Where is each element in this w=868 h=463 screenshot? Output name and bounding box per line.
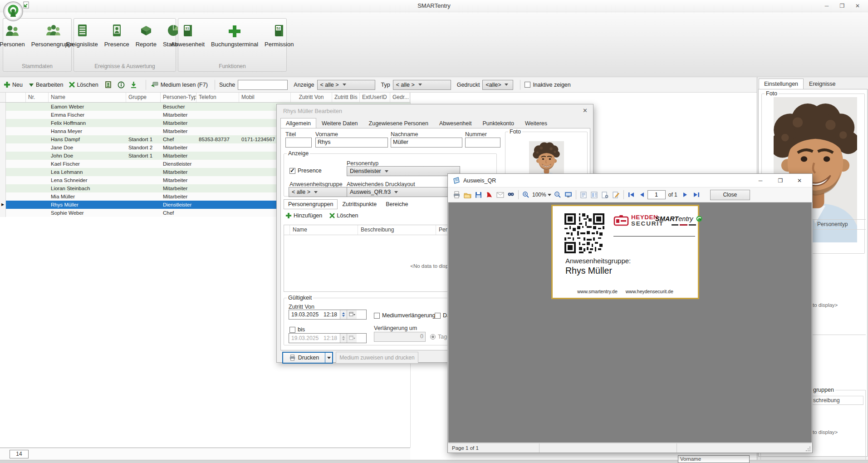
print-dropdown-button[interactable] <box>325 352 333 364</box>
chevron-down-icon <box>343 84 346 86</box>
close-icon[interactable]: ✕ <box>791 176 808 186</box>
edit-button[interactable]: Bearbeiten <box>29 82 63 88</box>
search-input[interactable] <box>238 80 288 90</box>
outline-icon[interactable] <box>578 189 589 200</box>
nav-next-icon[interactable] <box>680 189 691 200</box>
minimize-button[interactable]: ─ <box>752 176 769 186</box>
tab-zutrittspunkte[interactable]: Zutrittspunkte <box>338 199 381 209</box>
close-button[interactable]: ✕ <box>850 1 865 10</box>
cell-blank <box>6 135 26 143</box>
tab-einstellungen[interactable]: Einstellungen <box>759 79 804 89</box>
tab-zugewiesene-personen[interactable]: Zugewiesene Personen <box>363 118 434 128</box>
add-group-button[interactable]: Hinzufügen <box>285 212 322 219</box>
col-telefon[interactable]: Telefon <box>196 93 239 102</box>
nummer-field[interactable] <box>465 138 500 148</box>
presence-toggle[interactable]: Presence <box>289 167 322 174</box>
inactive-toggle[interactable]: Inaktive zeigen <box>525 82 570 88</box>
email-icon[interactable] <box>495 189 505 200</box>
bis-toggle[interactable]: bis <box>289 326 305 333</box>
print-button[interactable]: Drucken <box>282 352 326 364</box>
col-gedruckt[interactable]: Gedr... <box>390 93 410 102</box>
cell-indicator: ▶ <box>0 201 6 209</box>
fullscreen-icon[interactable] <box>563 189 574 200</box>
tab-weiteres[interactable]: Weiteres <box>520 118 553 128</box>
new-button[interactable]: Neu <box>4 81 23 88</box>
pdf-icon[interactable] <box>484 189 495 200</box>
zoom-out-icon[interactable] <box>552 189 563 200</box>
open-folder-icon[interactable] <box>462 189 473 200</box>
save-icon[interactable] <box>473 189 484 200</box>
col-name[interactable]: Name <box>290 225 358 235</box>
maximize-button[interactable]: ❐ <box>834 1 850 10</box>
page-number-input[interactable] <box>647 190 666 199</box>
col-zutritt-von[interactable]: Zutritt Von <box>291 93 332 102</box>
zutritt-von-datetime[interactable]: 19.03.202512:18 <box>289 310 367 320</box>
drucklayout-select[interactable]: Ausweis_QR.fr3 <box>347 187 460 197</box>
mediumverlaengerung-toggle[interactable]: Mediumverlängerung <box>374 312 435 319</box>
presence-checkbox[interactable] <box>289 168 295 174</box>
info-button[interactable] <box>118 81 127 89</box>
ribbon-ereignisliste[interactable]: Ereignisliste <box>63 23 101 48</box>
ribbon-buchungsterminal[interactable]: Buchungsterminal <box>208 23 261 48</box>
tab-personengruppen[interactable]: Personengruppen <box>284 199 338 209</box>
chevron-down-icon <box>385 170 388 172</box>
tab-ereignisse[interactable]: Ereignisse <box>804 79 841 89</box>
col-name[interactable]: Name <box>49 93 126 102</box>
zoom-in-icon[interactable] <box>520 189 531 200</box>
vorname-fragment-field[interactable]: Vorname <box>678 455 750 463</box>
close-button[interactable]: Close <box>710 190 750 200</box>
col-personen-typ[interactable]: Personen-Typ <box>161 93 196 102</box>
delete-button[interactable]: Löschen <box>69 82 98 88</box>
col-extuserid[interactable]: ExtUserID <box>360 93 390 102</box>
col-personentyp[interactable]: Personentyp <box>814 220 850 229</box>
ribbon-permission[interactable]: 52 Permission <box>261 23 297 48</box>
ribbon-presence[interactable]: Presence <box>101 23 132 48</box>
calendar-dropdown-icon[interactable] <box>347 310 357 319</box>
resize-grip[interactable] <box>805 446 811 452</box>
page-settings-icon[interactable] <box>600 189 611 200</box>
personentyp-select[interactable]: Dienstleister <box>347 166 460 176</box>
ribbon-personen[interactable]: Personen <box>0 23 28 48</box>
medium-read-button[interactable]: Medium lesen (F7) <box>150 81 208 88</box>
tab-bereiche[interactable]: Bereiche <box>381 199 412 209</box>
edit-icon[interactable] <box>611 189 622 200</box>
app-menu-button[interactable] <box>3 1 23 21</box>
find-icon[interactable] <box>505 189 516 200</box>
nachname-field[interactable]: Müller <box>391 138 462 148</box>
event-list-icon <box>74 23 90 39</box>
ribbon-reporte[interactable]: Reporte <box>132 23 160 48</box>
tab-abwesenheit[interactable]: Abwesenheit <box>434 118 477 128</box>
col-beschreibung[interactable]: Beschreibung <box>358 225 436 235</box>
nav-first-icon[interactable] <box>626 189 637 200</box>
dialog-close-icon[interactable]: ✕ <box>583 107 588 114</box>
col-gruppe[interactable]: Gruppe <box>126 93 161 102</box>
tab-punktekonto[interactable]: Punktekonto <box>477 118 520 128</box>
titel-field[interactable] <box>285 138 312 148</box>
dauer-checkbox[interactable] <box>435 313 441 319</box>
anzeige-select[interactable]: < alle > <box>317 80 375 90</box>
photo-badge-button[interactable] <box>104 81 114 89</box>
remove-group-button[interactable]: Löschen <box>329 212 358 219</box>
cell-gruppe <box>126 209 161 217</box>
printer-icon[interactable] <box>451 189 462 200</box>
gedruckt-select[interactable]: <alle> <box>482 80 513 90</box>
vorname-field[interactable]: Rhys <box>315 138 388 148</box>
inactive-checkbox[interactable] <box>525 82 530 88</box>
nav-last-icon[interactable] <box>691 189 702 200</box>
nav-prev-icon[interactable] <box>637 189 647 200</box>
mediumverlaengerung-checkbox[interactable] <box>374 313 380 319</box>
maximize-button[interactable]: ❐ <box>772 176 789 186</box>
thumbnails-icon[interactable] <box>589 189 600 200</box>
minimize-button[interactable]: ─ <box>819 1 834 10</box>
spinner[interactable] <box>340 310 347 319</box>
tab-weitere-daten[interactable]: Weitere Daten <box>316 118 363 128</box>
tab-allgemein[interactable]: Allgemein <box>280 118 316 128</box>
col-nr[interactable]: Nr. <box>26 93 49 102</box>
bis-checkbox[interactable] <box>289 327 295 333</box>
ribbon-abwesenheit[interactable]: 31 Abwesenheit <box>168 23 208 48</box>
typ-select[interactable]: < alle > <box>393 80 451 90</box>
col-mobil[interactable]: Mobil <box>239 93 291 102</box>
col-zutritt-bis[interactable]: Zutritt Bis <box>332 93 360 102</box>
zoom-level-select[interactable]: 100% <box>532 192 551 198</box>
export-down-button[interactable] <box>130 81 139 89</box>
